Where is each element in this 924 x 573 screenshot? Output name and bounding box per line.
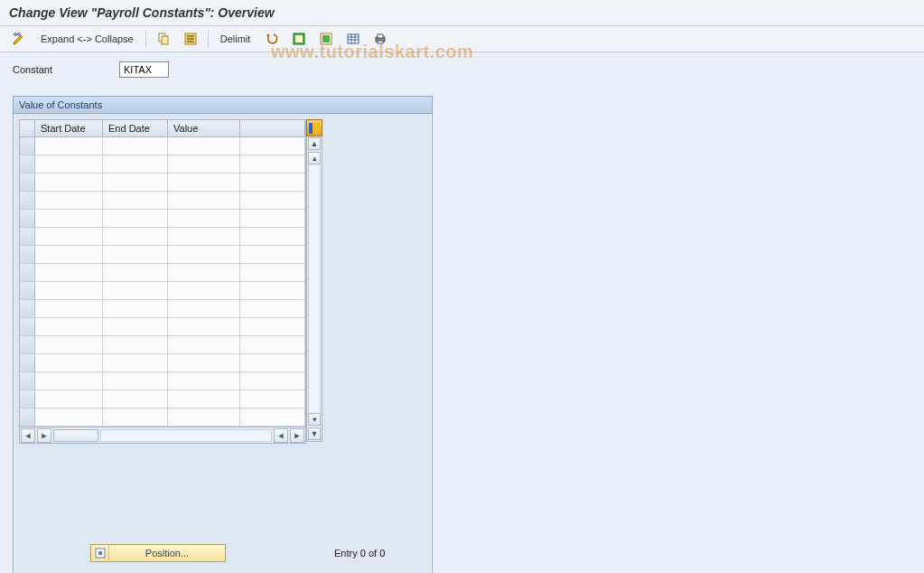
hscroll-thumb[interactable]: [53, 429, 98, 442]
position-button[interactable]: Position...: [90, 544, 226, 562]
vertical-scrollbar[interactable]: ▲ ▴ ▾ ▼: [306, 136, 322, 442]
cell-start-date[interactable]: [35, 300, 103, 317]
cell-start-date[interactable]: [35, 336, 103, 353]
row-selector[interactable]: [20, 390, 35, 408]
col-start-date[interactable]: Start Date: [35, 120, 103, 136]
cell-end-date[interactable]: [103, 264, 168, 281]
cell-end-date[interactable]: [103, 246, 168, 263]
table-settings-button[interactable]: [341, 30, 365, 48]
cell-start-date[interactable]: [35, 155, 103, 173]
cell-value[interactable]: [168, 354, 240, 371]
cell-value[interactable]: [168, 300, 240, 317]
vscroll-track[interactable]: [308, 165, 321, 412]
scroll-down-thumb[interactable]: ▾: [308, 413, 321, 426]
row-selector[interactable]: [20, 155, 35, 173]
row-selector[interactable]: [20, 336, 35, 353]
table-row[interactable]: [20, 137, 305, 155]
cell-start-date[interactable]: [35, 318, 103, 335]
table-row[interactable]: [20, 336, 305, 354]
row-selector[interactable]: [20, 318, 35, 335]
select-block-button[interactable]: [287, 30, 311, 48]
row-selector[interactable]: [20, 372, 35, 390]
cell-start-date[interactable]: [35, 192, 103, 209]
cell-value[interactable]: [168, 264, 240, 281]
scroll-up-thumb[interactable]: ▴: [308, 152, 321, 164]
cell-start-date[interactable]: [35, 354, 103, 371]
delimit-button[interactable]: Delimit: [214, 30, 257, 48]
scroll-right-end-button[interactable]: ►: [290, 428, 304, 443]
cell-value[interactable]: [168, 228, 240, 245]
row-selector[interactable]: [20, 264, 35, 281]
cell-start-date[interactable]: [35, 174, 103, 191]
table-row[interactable]: [20, 174, 305, 192]
cell-start-date[interactable]: [35, 409, 103, 426]
table-row[interactable]: [20, 210, 305, 228]
row-selector[interactable]: [20, 137, 35, 155]
cell-end-date[interactable]: [103, 137, 168, 155]
cell-start-date[interactable]: [35, 210, 103, 227]
row-selector[interactable]: [20, 192, 35, 209]
cell-start-date[interactable]: [35, 282, 103, 299]
scroll-right-button[interactable]: ►: [37, 428, 51, 443]
table-row[interactable]: [20, 155, 305, 174]
cell-value[interactable]: [168, 137, 240, 155]
cell-start-date[interactable]: [35, 246, 103, 263]
cell-end-date[interactable]: [103, 354, 168, 371]
cell-end-date[interactable]: [103, 372, 168, 390]
cell-value[interactable]: [168, 282, 240, 299]
cell-start-date[interactable]: [35, 228, 103, 245]
cell-start-date[interactable]: [35, 390, 103, 408]
hscroll-track[interactable]: [100, 429, 272, 442]
scroll-left-end-button[interactable]: ◄: [274, 428, 288, 443]
cell-end-date[interactable]: [103, 409, 168, 426]
table-row[interactable]: [20, 228, 305, 246]
row-selector[interactable]: [20, 210, 35, 227]
table-row[interactable]: [20, 354, 305, 372]
cell-end-date[interactable]: [103, 318, 168, 335]
toggle-display-change-button[interactable]: [7, 30, 31, 48]
table-row[interactable]: [20, 264, 305, 282]
cell-value[interactable]: [168, 390, 240, 408]
cell-end-date[interactable]: [103, 228, 168, 245]
row-selector[interactable]: [20, 174, 35, 191]
scroll-down-button[interactable]: ▼: [308, 427, 321, 440]
row-selector[interactable]: [20, 300, 35, 317]
cell-value[interactable]: [168, 192, 240, 209]
table-row[interactable]: [20, 282, 305, 300]
cell-end-date[interactable]: [103, 192, 168, 209]
cell-value[interactable]: [168, 174, 240, 191]
table-row[interactable]: [20, 246, 305, 264]
deselect-all-button[interactable]: [314, 30, 338, 48]
table-row[interactable]: [20, 409, 305, 427]
cell-end-date[interactable]: [103, 174, 168, 191]
undo-button[interactable]: [260, 30, 284, 48]
cell-start-date[interactable]: [35, 372, 103, 390]
cell-end-date[interactable]: [103, 155, 168, 173]
col-value[interactable]: Value: [168, 120, 240, 136]
cell-value[interactable]: [168, 336, 240, 353]
print-button[interactable]: [369, 30, 392, 48]
cell-value[interactable]: [168, 155, 240, 173]
table-row[interactable]: [20, 390, 305, 409]
row-selector[interactable]: [20, 354, 35, 371]
cell-end-date[interactable]: [103, 390, 168, 408]
expand-collapse-button[interactable]: Expand <-> Collapse: [34, 30, 140, 48]
row-selector[interactable]: [20, 246, 35, 263]
cell-end-date[interactable]: [103, 336, 168, 353]
copy-button[interactable]: [152, 30, 175, 48]
constant-input[interactable]: [119, 61, 169, 78]
select-all-button[interactable]: [179, 30, 202, 48]
cell-value[interactable]: [168, 318, 240, 335]
col-end-date[interactable]: End Date: [103, 120, 168, 136]
table-row[interactable]: [20, 372, 305, 390]
cell-value[interactable]: [168, 409, 240, 426]
cell-start-date[interactable]: [35, 264, 103, 281]
row-selector[interactable]: [20, 282, 35, 299]
row-selector-header[interactable]: [20, 120, 35, 136]
cell-start-date[interactable]: [35, 137, 103, 155]
table-row[interactable]: [20, 192, 305, 210]
scroll-up-button[interactable]: ▲: [308, 137, 321, 150]
horizontal-scrollbar[interactable]: ◄ ► ◄ ►: [20, 427, 305, 443]
cell-value[interactable]: [168, 210, 240, 227]
table-row[interactable]: [20, 300, 305, 318]
